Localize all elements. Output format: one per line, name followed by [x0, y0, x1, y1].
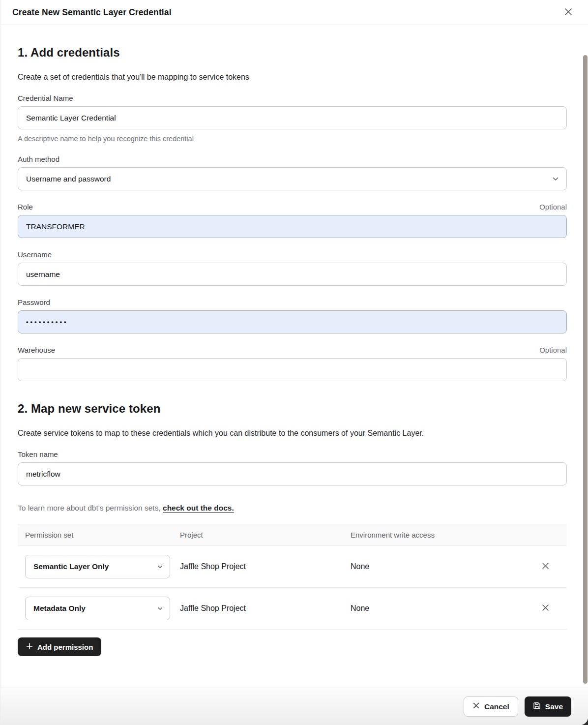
project-cell: Jaffle Shop Project — [180, 604, 351, 613]
credential-name-field-group: Credential Name A descriptive name to he… — [18, 94, 567, 143]
modal-header: Create New Semantic Layer Credential — [0, 0, 588, 25]
token-name-input[interactable] — [18, 462, 567, 485]
section1-heading: 1. Add credentials — [18, 46, 567, 60]
permission-table-body: Semantic Layer Only Jaffle Shop Project … — [18, 546, 567, 630]
remove-permission-button[interactable] — [537, 559, 553, 574]
close-icon — [563, 7, 573, 18]
permission-set-selected-value: Metadata Only — [33, 604, 86, 613]
remove-permission-button[interactable] — [537, 601, 553, 616]
modal-footer: Cancel Save — [0, 688, 588, 725]
section2-heading: 2. Map new service token — [18, 402, 567, 416]
cancel-button[interactable]: Cancel — [464, 696, 518, 717]
permission-set-select[interactable]: Metadata Only — [25, 597, 170, 620]
warehouse-input[interactable] — [18, 358, 567, 381]
modal-title: Create New Semantic Layer Credential — [12, 7, 172, 18]
add-permission-label: Add permission — [37, 643, 93, 651]
username-input[interactable] — [18, 263, 567, 286]
credential-name-helper: A descriptive name to help you recognize… — [18, 135, 567, 143]
role-optional-badge: Optional — [539, 203, 567, 211]
permission-set-select[interactable]: Semantic Layer Only — [25, 555, 170, 578]
role-input[interactable] — [18, 215, 567, 238]
warehouse-optional-badge: Optional — [539, 346, 567, 354]
chevron-down-icon — [157, 607, 163, 610]
credential-name-label: Credential Name — [18, 94, 73, 102]
warehouse-field-group: Warehouse Optional — [18, 346, 567, 381]
token-name-label: Token name — [18, 450, 58, 458]
auth-method-label: Auth method — [18, 155, 59, 163]
permission-table-row: Semantic Layer Only Jaffle Shop Project … — [18, 546, 567, 588]
role-field-group: Role Optional — [18, 203, 567, 238]
permission-table-header: Permission set Project Environment write… — [18, 524, 567, 546]
section2-description: Create service tokens to map to these cr… — [18, 429, 567, 438]
col-header-environment-write-access: Environment write access — [351, 531, 537, 539]
auth-method-selected-value: Username and password — [26, 175, 111, 183]
col-header-project: Project — [180, 531, 351, 539]
save-floppy-icon — [533, 702, 541, 712]
permission-docs-text: To learn more about dbt's permission set… — [18, 504, 163, 512]
cancel-x-icon — [472, 702, 480, 711]
permission-set-selected-value: Semantic Layer Only — [33, 562, 109, 571]
environment-write-access-cell: None — [351, 562, 537, 571]
chevron-down-icon — [553, 177, 559, 181]
vertical-scrollbar[interactable] — [583, 55, 588, 684]
environment-write-access-cell: None — [351, 604, 537, 613]
role-label: Role — [18, 203, 33, 211]
permission-table-row: Metadata Only Jaffle Shop Project None — [18, 588, 567, 630]
add-permission-button[interactable]: Add permission — [18, 637, 101, 656]
project-cell: Jaffle Shop Project — [180, 562, 351, 571]
chevron-down-icon — [157, 565, 163, 569]
password-field-group: Password — [18, 298, 567, 333]
token-name-field-group: Token name — [18, 450, 567, 485]
close-button[interactable] — [561, 5, 575, 19]
permission-docs-line: To learn more about dbt's permission set… — [18, 504, 567, 513]
remove-x-icon — [541, 562, 550, 572]
remove-x-icon — [541, 604, 550, 613]
docs-link[interactable]: check out the docs. — [163, 504, 234, 512]
col-header-permission-set: Permission set — [18, 531, 180, 539]
modal-body: 1. Add credentials Create a set of crede… — [0, 25, 588, 688]
password-input[interactable] — [18, 310, 567, 333]
password-label: Password — [18, 298, 50, 306]
username-label: Username — [18, 250, 52, 259]
username-field-group: Username — [18, 250, 567, 286]
plus-icon — [26, 643, 33, 651]
section1-description: Create a set of credentials that you'll … — [18, 73, 567, 82]
save-button[interactable]: Save — [525, 696, 571, 717]
auth-method-field-group: Auth method Username and password — [18, 155, 567, 190]
permission-table: Permission set Project Environment write… — [18, 524, 567, 630]
create-credential-modal: Create New Semantic Layer Credential 1. … — [0, 0, 588, 725]
auth-method-select[interactable]: Username and password — [18, 167, 567, 190]
cancel-label: Cancel — [484, 702, 509, 711]
warehouse-label: Warehouse — [18, 346, 55, 354]
save-label: Save — [545, 702, 563, 711]
credential-name-input[interactable] — [18, 106, 567, 129]
